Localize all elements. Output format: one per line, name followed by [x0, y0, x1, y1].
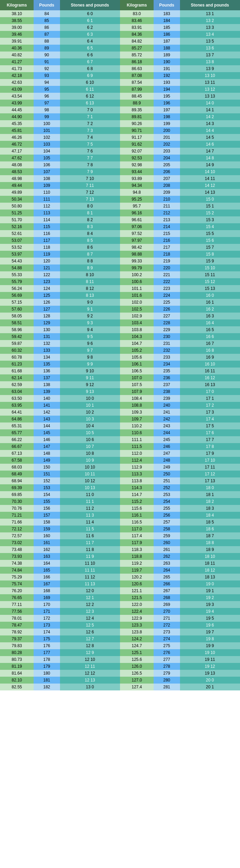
kg-cell: 85.27	[120, 45, 154, 52]
lbs-cell: 110	[34, 189, 60, 196]
stones-cell: 7 8	[60, 161, 120, 168]
stones-cell: 11 1	[60, 498, 120, 505]
stones-cell: 20 1	[180, 684, 240, 690]
stones-cell: 10 0	[60, 395, 120, 402]
lbs-cell: 117	[34, 237, 60, 244]
stones-cell: 9 4	[60, 326, 120, 333]
lbs-cell: 230	[154, 333, 180, 340]
table-row: 71.2115711 3	[0, 512, 120, 519]
lbs-cell: 130	[34, 326, 60, 333]
kg-cell: 51.70	[0, 216, 34, 223]
kg-cell: 55.79	[0, 278, 34, 285]
stones-cell: 12 4	[60, 615, 120, 622]
stones-cell: 17 9	[180, 450, 240, 457]
stones-cell: 10 2	[60, 409, 120, 416]
kg-cell: 42.18	[0, 72, 34, 79]
stones-cell: 12 3	[60, 608, 120, 615]
table-row: 115.625518 3	[120, 505, 240, 512]
lbs-cell: 87	[34, 31, 60, 38]
lbs-cell: 212	[154, 210, 180, 216]
lbs-cell: 108	[34, 175, 60, 182]
kg-cell: 57.60	[0, 306, 34, 313]
table-row: 119.726418 12	[120, 567, 240, 574]
table-row: 42.63946 10	[0, 79, 120, 86]
lbs-cell: 92	[34, 65, 60, 72]
kg-cell: 75.29	[0, 574, 34, 580]
kg-cell: 75.74	[0, 580, 34, 587]
table-row: 68.0315010 10	[0, 464, 120, 471]
table-row: 102.022516 1	[120, 299, 240, 306]
stones-cell: 6 8	[60, 65, 120, 72]
table-row: 83.9118513 3	[120, 24, 240, 31]
stones-cell: 14 9	[180, 161, 240, 168]
lbs-cell: 107	[34, 168, 60, 175]
kg-cell: 97.97	[120, 237, 154, 244]
table-row: 125.127619 10	[120, 649, 240, 656]
lbs-cell: 93	[34, 72, 60, 79]
lbs-cell: 147	[34, 443, 60, 450]
lbs-cell: 274	[154, 635, 180, 642]
table-row: 126.027819 12	[120, 663, 240, 670]
stones-cell: 7 10	[60, 175, 120, 182]
stones-cell: 12 2	[60, 601, 120, 608]
lbs-cell: 106	[34, 161, 60, 168]
lbs-cell: 214	[154, 223, 180, 230]
lbs-cell: 190	[154, 58, 180, 65]
stones-cell: 7 9	[60, 168, 120, 175]
lbs-cell: 119	[34, 251, 60, 258]
table-row: 62.591389 12	[0, 381, 120, 388]
table-row: 39.00866 2	[0, 24, 120, 31]
lbs-cell: 99	[34, 113, 60, 120]
right-kg-header: Kilograms	[120, 0, 154, 10]
stones-cell: 16 0	[180, 292, 240, 299]
kg-cell: 41.27	[0, 58, 34, 65]
stones-cell: 11 0	[60, 491, 120, 498]
lbs-cell: 153	[34, 484, 60, 491]
kg-cell: 54.43	[0, 258, 34, 264]
stones-cell: 7 2	[60, 120, 120, 127]
lbs-cell: 269	[154, 601, 180, 608]
stones-cell: 18 10	[180, 553, 240, 560]
lbs-cell: 175	[34, 635, 60, 642]
table-row: 78.9217412 6	[0, 629, 120, 635]
table-row: 98.8821815 8	[120, 251, 240, 258]
kg-cell: 69.39	[0, 484, 34, 491]
table-row: 115.225418 2	[120, 498, 240, 505]
kg-cell: 94.34	[120, 182, 154, 189]
lbs-cell: 228	[154, 319, 180, 326]
lbs-cell: 267	[154, 587, 180, 594]
lbs-cell: 129	[34, 319, 60, 326]
kg-cell: 103.8	[120, 326, 154, 333]
lbs-cell: 169	[34, 594, 60, 601]
stones-cell: 9 13	[60, 388, 120, 395]
lbs-cell: 257	[154, 519, 180, 526]
table-row: 100.222115 11	[120, 271, 240, 278]
table-row: 95.2521015 0	[120, 196, 240, 203]
kg-cell: 74.84	[0, 567, 34, 574]
table-row: 73.0216111 7	[0, 539, 120, 546]
table-row: 108.824017 2	[120, 402, 240, 409]
stones-cell: 16 7	[180, 340, 240, 347]
stones-cell: 16 4	[180, 319, 240, 326]
table-row: 92.0720314 7	[120, 148, 240, 155]
kg-cell: 112.9	[120, 464, 154, 471]
stones-cell: 18 12	[180, 567, 240, 574]
stones-cell: 16 6	[180, 333, 240, 340]
stones-cell: 12 1	[60, 594, 120, 601]
stones-cell: 18 3	[180, 505, 240, 512]
kg-cell: 99.79	[120, 264, 154, 271]
kg-cell: 68.94	[0, 477, 34, 484]
lbs-cell: 164	[34, 560, 60, 567]
kg-cell: 83.46	[120, 17, 154, 24]
stones-cell: 7 11	[60, 182, 120, 189]
lbs-cell: 143	[34, 416, 60, 422]
stones-cell: 13 12	[180, 86, 240, 93]
lbs-cell: 254	[154, 498, 180, 505]
lbs-cell: 183	[154, 10, 180, 17]
kg-cell: 71.21	[0, 512, 34, 519]
lbs-cell: 159	[34, 526, 60, 532]
table-row: 38.55856 1	[0, 17, 120, 24]
lbs-cell: 136	[34, 368, 60, 374]
table-row: 61.231359 9	[0, 361, 120, 368]
table-row: 76.2016812 0	[0, 587, 120, 594]
